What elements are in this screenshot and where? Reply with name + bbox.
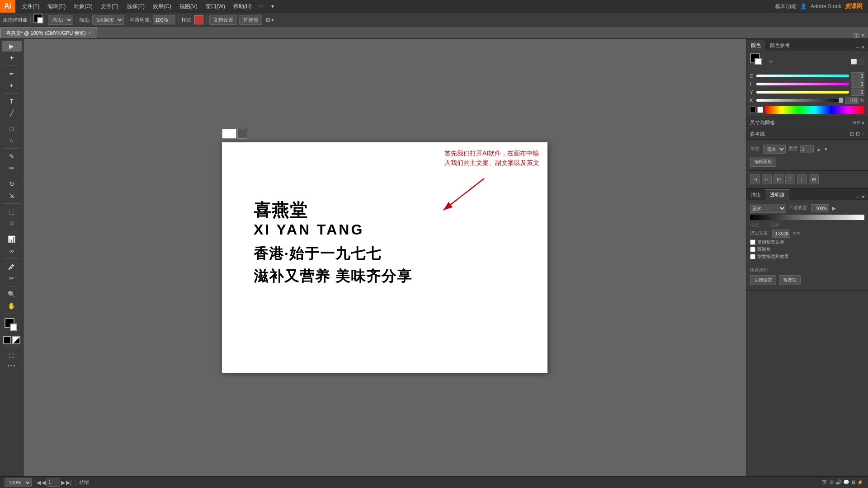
opacity-gradient-bar[interactable] bbox=[750, 215, 864, 220]
stroke-color-area[interactable] bbox=[33, 14, 46, 26]
page-prev-btn[interactable]: ◀ bbox=[42, 479, 46, 486]
more-tools-btn[interactable]: • • • bbox=[2, 361, 22, 370]
m-input[interactable] bbox=[851, 80, 864, 88]
arrange-icon[interactable]: ▾ bbox=[271, 17, 274, 23]
panel-toggle-icon[interactable]: ◫ bbox=[854, 32, 859, 38]
add-anchor-tool[interactable]: + bbox=[2, 80, 22, 91]
y-input[interactable] bbox=[851, 89, 864, 96]
stroke-tab[interactable]: 描边 bbox=[746, 189, 765, 200]
menu-help[interactable]: 帮助(H) bbox=[230, 2, 255, 11]
align-icon3[interactable]: ≡ bbox=[862, 131, 864, 137]
transparency-tab[interactable]: 透明度 bbox=[765, 189, 789, 200]
cmyk-mode-btn[interactable]: ⬛ bbox=[858, 59, 864, 65]
align-middle-icon[interactable]: ⊥ bbox=[797, 174, 807, 184]
rotate-tool[interactable]: ↻ bbox=[2, 178, 22, 189]
quick-prefs-btn[interactable]: 首选项 bbox=[779, 275, 801, 285]
white-swatch[interactable] bbox=[757, 107, 763, 113]
stroke-panel-close[interactable]: ✕ bbox=[861, 194, 865, 200]
c-input[interactable] bbox=[851, 72, 864, 80]
canvas-area[interactable]: 首先我们打开AI软件，在画布中输 入我们的主文案、副文案以及英文 喜燕堂 XI … bbox=[24, 39, 746, 476]
brush-tool[interactable]: ✎ bbox=[2, 151, 22, 162]
direct-selection-tool[interactable]: ✦ bbox=[2, 52, 22, 63]
style-color[interactable] bbox=[194, 15, 203, 24]
menu-text[interactable]: 文字(T) bbox=[97, 2, 122, 11]
stroke-fill-icon[interactable] bbox=[750, 53, 766, 70]
k-input[interactable] bbox=[845, 97, 859, 104]
limit-angle-checkbox[interactable] bbox=[750, 247, 755, 252]
selection-tool[interactable]: ▶ bbox=[2, 41, 22, 52]
opacity-expand-icon[interactable]: ▶ bbox=[832, 205, 836, 211]
pencil-tool[interactable]: ✏ bbox=[2, 163, 22, 174]
stroke-width-input[interactable] bbox=[772, 230, 790, 238]
type-tool[interactable]: T bbox=[2, 96, 22, 107]
free-transform-tool[interactable]: ⬚ bbox=[2, 206, 22, 217]
page-last-btn[interactable]: ▶| bbox=[66, 479, 71, 486]
rgb-mode-btn[interactable]: ⬜ bbox=[851, 59, 857, 65]
color-mode-gradient[interactable] bbox=[12, 336, 20, 344]
quick-doc-setup-btn[interactable]: 文档设置 bbox=[750, 275, 776, 285]
menu-edit[interactable]: 编辑(E) bbox=[44, 2, 69, 11]
hand-tool[interactable]: ✋ bbox=[2, 300, 22, 311]
menu-select[interactable]: 选择(E) bbox=[123, 2, 148, 11]
rect-tool[interactable]: □ bbox=[2, 123, 22, 134]
symbol-tool[interactable]: ☆ bbox=[2, 218, 22, 229]
align-icon1[interactable]: ⊞ bbox=[850, 131, 854, 137]
align-left-icon[interactable]: ⊣ bbox=[750, 174, 760, 184]
transform-header[interactable]: 尺寸与网格 ⊞ ⊟ ≡ bbox=[746, 117, 868, 128]
align-top-icon[interactable]: ⊤ bbox=[785, 174, 795, 184]
align-header[interactable]: 参考线 ⊞ ⊟ ≡ bbox=[746, 128, 868, 139]
color-tab[interactable]: 颜色 bbox=[746, 40, 765, 51]
brush-select[interactable]: 描边: bbox=[48, 15, 73, 25]
doc-setup-button[interactable]: 文档设置 bbox=[209, 15, 237, 25]
page-next-btn[interactable]: ▶ bbox=[61, 479, 65, 486]
scale-tool[interactable]: ⇲ bbox=[2, 190, 22, 201]
width-stepper-down[interactable]: ▼ bbox=[824, 147, 828, 152]
screen-mode-btn[interactable]: ⬚ bbox=[2, 349, 22, 360]
document-tab[interactable]: 喜燕堂* @ 100% (CMYK/GPU 预览) × bbox=[0, 28, 97, 38]
menu-effect[interactable]: 效果(C) bbox=[149, 2, 175, 11]
page-num-input[interactable] bbox=[47, 479, 60, 487]
m-slider-track[interactable] bbox=[756, 83, 849, 85]
color-mode-solid[interactable] bbox=[3, 336, 11, 344]
menu-mode[interactable]: □ bbox=[256, 2, 267, 10]
unit-select[interactable]: 毫米 bbox=[763, 145, 786, 154]
panel-min-icon[interactable]: − bbox=[856, 44, 859, 51]
zoom-tool[interactable]: 🔍 bbox=[2, 289, 22, 300]
stroke-panel-min[interactable]: − bbox=[856, 194, 859, 200]
scale-strokes-checkbox[interactable] bbox=[750, 254, 755, 259]
prefs-button[interactable]: 首选项 bbox=[239, 15, 262, 25]
blend-tool[interactable]: ∞ bbox=[2, 245, 22, 256]
align-right-icon[interactable]: ⊡ bbox=[774, 174, 783, 184]
eyedropper-tool[interactable]: 💉 bbox=[2, 261, 22, 272]
black-swatch[interactable] bbox=[750, 107, 755, 113]
line-tool[interactable]: ╱ bbox=[2, 108, 22, 118]
opacity-trans-input[interactable] bbox=[811, 204, 829, 212]
tab-close-btn[interactable]: × bbox=[89, 31, 91, 36]
edit-artboard-btn[interactable]: 编辑画板 bbox=[750, 157, 776, 167]
color-ref-tab[interactable]: 颜色参考 bbox=[765, 40, 794, 51]
menu-mode2[interactable]: ▾ bbox=[268, 2, 278, 10]
menu-object[interactable]: 对象(O) bbox=[70, 2, 96, 11]
menu-view[interactable]: 视图(V) bbox=[176, 2, 201, 11]
no-fill-icon[interactable]: ⊘ bbox=[769, 59, 773, 64]
menu-file[interactable]: 文件(F) bbox=[18, 2, 43, 11]
blend-mode-select[interactable]: 正常 bbox=[750, 204, 786, 213]
more-icon[interactable]: ⊞ bbox=[266, 17, 270, 23]
opacity-input[interactable] bbox=[153, 15, 175, 24]
swatch-white[interactable] bbox=[222, 129, 236, 139]
color-spectrum[interactable] bbox=[765, 106, 864, 114]
graph-tool[interactable]: 📊 bbox=[2, 234, 22, 244]
width-stepper-up[interactable]: ▲ bbox=[816, 147, 821, 152]
align-center-icon[interactable]: ⊢ bbox=[762, 174, 772, 184]
panel-close-icon[interactable]: ✕ bbox=[861, 44, 865, 51]
c-slider-track[interactable] bbox=[756, 75, 849, 77]
stroke-pt-select[interactable]: 5点圆形 bbox=[92, 15, 124, 25]
scissors-tool[interactable]: ✂ bbox=[2, 273, 22, 284]
page-first-btn[interactable]: |◀ bbox=[35, 479, 41, 486]
close-doc-icon[interactable]: ✕ bbox=[861, 32, 865, 38]
swatch-gray[interactable] bbox=[237, 129, 247, 139]
k-slider-track[interactable] bbox=[756, 99, 843, 102]
menu-window[interactable]: 窗口(W) bbox=[202, 2, 229, 11]
fg-bg-color[interactable] bbox=[5, 318, 19, 333]
align-icon2[interactable]: ⊟ bbox=[856, 131, 860, 137]
